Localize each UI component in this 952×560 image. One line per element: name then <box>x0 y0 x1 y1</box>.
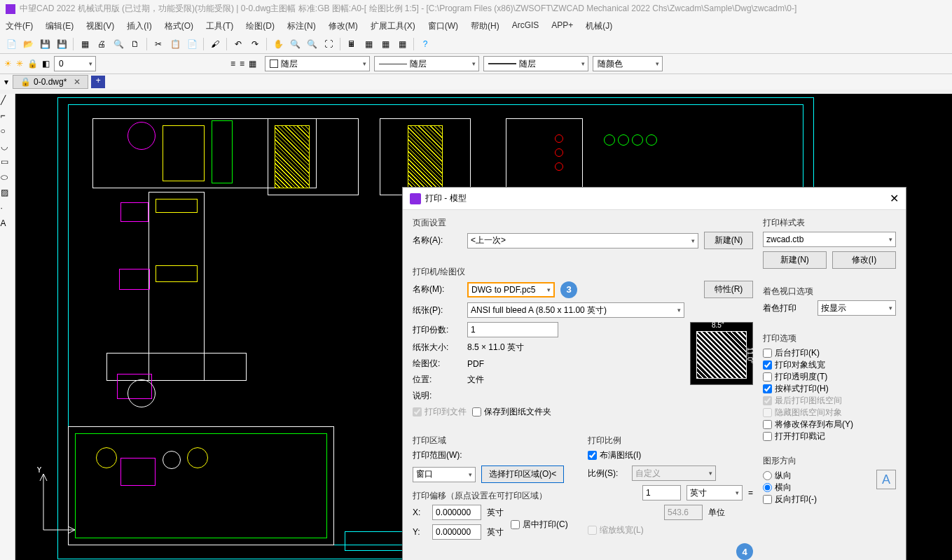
match-icon[interactable]: 🖌 <box>208 37 222 51</box>
dialog-titlebar[interactable]: 打印 - 模型 ✕ <box>403 188 906 210</box>
menu-arcgis[interactable]: ArcGIS <box>512 20 539 32</box>
scale-num-input[interactable] <box>642 485 681 500</box>
copy-icon[interactable]: 📋 <box>168 37 182 51</box>
menu-view[interactable]: 视图(V) <box>86 20 114 32</box>
tool-arc[interactable]: ◡ <box>1 141 15 155</box>
color-dropdown[interactable]: 随层 <box>265 56 370 71</box>
tool-rect[interactable]: ▭ <box>1 157 15 171</box>
opt-style-checkbox[interactable]: 按样式打印(H) <box>763 383 896 395</box>
grid2-icon[interactable]: ▦ <box>395 37 409 51</box>
undo-icon[interactable]: ↶ <box>231 37 245 51</box>
opt-save-checkbox[interactable]: 将修改保存到布局(Y) <box>763 419 896 430</box>
help-icon[interactable]: ? <box>418 37 432 51</box>
plotstyle-dropdown[interactable]: 随颜色 <box>593 56 663 71</box>
redo-icon[interactable]: ↷ <box>248 37 262 51</box>
publish-icon[interactable]: 🗋 <box>128 37 142 51</box>
tool-line[interactable]: ╱ <box>1 95 15 109</box>
linetype-dropdown[interactable]: 随层 <box>374 56 479 71</box>
open-icon[interactable]: 📂 <box>21 37 35 51</box>
sidebar-tools: ╱ ⌐ ○ ◡ ▭ ⬭ ▨ · A <box>0 94 15 560</box>
opt-stamp-checkbox[interactable]: 打开打印戳记 <box>763 430 896 442</box>
menu-window[interactable]: 窗口(W) <box>428 20 458 32</box>
new-icon[interactable]: 📄 <box>4 37 18 51</box>
x-unit: 英寸 <box>487 507 504 519</box>
plot-icon[interactable]: 🖨 <box>95 37 109 51</box>
opt-bg-checkbox[interactable]: 后台打印(K) <box>763 347 896 359</box>
dialog-close-icon[interactable]: ✕ <box>890 192 899 205</box>
x-label: X: <box>413 507 427 517</box>
y-label: Y: <box>413 527 427 537</box>
layermgr-icon[interactable]: ▦ <box>249 59 256 69</box>
tool-point[interactable]: · <box>1 203 15 217</box>
scale-unit-dropdown[interactable]: 英寸 <box>687 485 743 500</box>
tool-ellipse[interactable]: ⬭ <box>1 172 15 186</box>
add-tab-button[interactable]: + <box>91 76 105 88</box>
save-icon[interactable]: 💾 <box>38 37 52 51</box>
tool-text[interactable]: A <box>1 218 15 232</box>
table-icon[interactable]: ▦ <box>361 37 375 51</box>
layer-0-dropdown[interactable]: 0 <box>54 56 96 71</box>
layers-icon[interactable]: ≡ <box>230 59 235 69</box>
preview-icon[interactable]: 🔍 <box>111 37 125 51</box>
lock-icon[interactable]: 🔒 <box>27 59 38 69</box>
menu-file[interactable]: 文件(F) <box>6 20 33 32</box>
tool-pline[interactable]: ⌐ <box>1 111 15 125</box>
paper-dropdown[interactable]: ANSI full bleed A (8.50 x 11.00 英寸) <box>467 302 684 318</box>
svg-text:Y: Y <box>36 467 42 475</box>
layerstate-icon[interactable]: ≡ <box>240 59 244 69</box>
tab-close-icon[interactable]: ✕ <box>74 77 81 87</box>
file-tab[interactable]: 🔒 0-0.dwg* ✕ <box>13 75 88 89</box>
fit-checkbox[interactable]: 布满图纸(I) <box>588 449 753 461</box>
shade-dropdown[interactable]: 按显示 <box>818 300 896 316</box>
copies-input[interactable] <box>467 322 558 337</box>
tab-menu-icon[interactable]: ▾ <box>4 77 8 87</box>
portrait-radio[interactable]: 纵向 <box>763 470 817 482</box>
style-dropdown[interactable]: zwcad.ctb <box>763 232 896 247</box>
y-input[interactable] <box>432 524 481 540</box>
save-folder-checkbox[interactable]: 保存到图纸文件夹 <box>472 406 551 418</box>
menu-modify[interactable]: 修改(M) <box>329 20 358 32</box>
landscape-radio[interactable]: 横向 <box>763 482 817 493</box>
menu-tools[interactable]: 工具(T) <box>206 20 233 32</box>
menu-dimension[interactable]: 标注(N) <box>287 20 316 32</box>
tool-hatch[interactable]: ▨ <box>1 188 15 202</box>
grid-icon[interactable]: ▦ <box>378 37 392 51</box>
new-pagesetup-button[interactable]: 新建(N) <box>704 232 753 249</box>
menu-appplus[interactable]: APP+ <box>551 20 573 32</box>
cut-icon[interactable]: ✂ <box>151 37 165 51</box>
style-modify-button[interactable]: 修改(I) <box>832 251 896 269</box>
menu-insert[interactable]: 插入(I) <box>127 20 151 32</box>
menu-extend[interactable]: 扩展工具(X) <box>371 20 415 32</box>
zoomwin-icon[interactable]: 🔍 <box>305 37 319 51</box>
menu-edit[interactable]: 编辑(E) <box>46 20 74 32</box>
opt-lw-checkbox[interactable]: 打印对象线宽 <box>763 359 896 371</box>
saveall-icon[interactable]: 💾 <box>55 37 69 51</box>
printer-props-button[interactable]: 特性(R) <box>704 281 753 298</box>
pan-icon[interactable]: ✋ <box>271 37 285 51</box>
zoomext-icon[interactable]: ⛶ <box>322 37 336 51</box>
lineweight-dropdown[interactable]: 随层 <box>483 56 588 71</box>
color-icon[interactable]: ◧ <box>42 59 50 69</box>
x-input[interactable] <box>432 505 481 520</box>
select-area-button[interactable]: 选择打印区域(O)< <box>481 465 564 483</box>
menu-help[interactable]: 帮助(H) <box>471 20 499 32</box>
tool-circle[interactable]: ○ <box>1 126 15 140</box>
menu-draw[interactable]: 绘图(D) <box>246 20 275 32</box>
menu-mech[interactable]: 机械(J) <box>586 20 612 32</box>
opt-trans-checkbox[interactable]: 打印透明度(T) <box>763 371 896 383</box>
style-new-button[interactable]: 新建(N) <box>763 251 827 269</box>
reverse-checkbox[interactable]: 反向打印(-) <box>763 493 817 505</box>
center-checkbox[interactable]: 居中打印(C) <box>511 519 568 531</box>
menu-format[interactable]: 格式(O) <box>165 20 193 32</box>
shade-label: 着色打印 <box>763 302 812 314</box>
printer-name-dropdown[interactable]: DWG to PDF.pc5 <box>467 282 555 298</box>
pagesetup-name-dropdown[interactable]: <上一次> <box>467 233 698 248</box>
sheet-icon[interactable]: ▦ <box>78 37 92 51</box>
light-icon[interactable]: ☀ <box>4 59 12 69</box>
zoom-icon[interactable]: 🔍 <box>288 37 302 51</box>
sun-icon[interactable]: ✳ <box>16 59 23 69</box>
paste-icon[interactable]: 📄 <box>185 37 199 51</box>
printer-name-label: 名称(M): <box>413 284 462 295</box>
printrange-dropdown[interactable]: 窗口 <box>413 467 476 482</box>
calc-icon[interactable]: 🖩 <box>345 37 359 51</box>
